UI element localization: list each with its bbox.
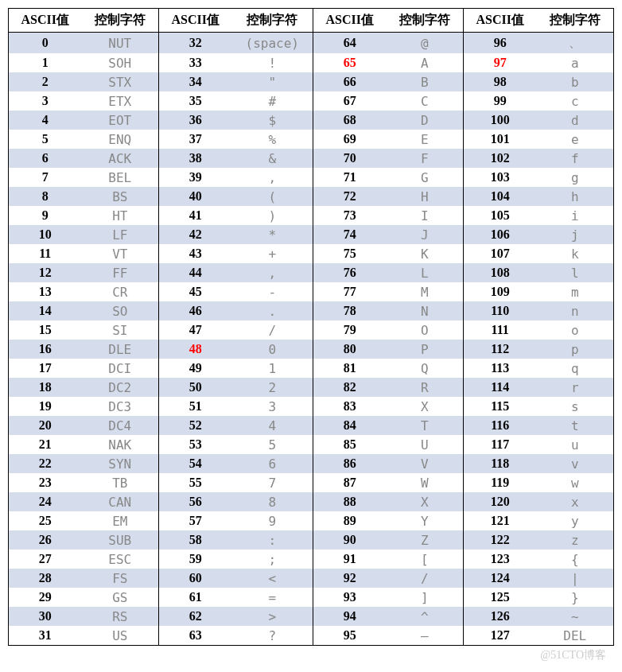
control-char-cell: — <box>386 626 463 646</box>
table-row: 20DC452484T116t <box>9 416 614 435</box>
ascii-value-cell: 34 <box>159 72 232 91</box>
control-char-cell: h <box>536 187 613 206</box>
ascii-value-cell: 83 <box>313 397 386 416</box>
ascii-value-cell: 85 <box>313 435 386 454</box>
ascii-value-cell: 56 <box>159 492 232 511</box>
control-char-cell: / <box>232 320 313 340</box>
ascii-value-cell: 106 <box>463 225 536 244</box>
table-row: 31US63?95—127DEL <box>9 626 614 646</box>
ascii-value-cell: 6 <box>9 149 82 168</box>
table-row: 7BEL39,71G103g <box>9 168 614 187</box>
ascii-value-cell: 112 <box>463 340 536 359</box>
ascii-value-cell: 16 <box>9 340 82 359</box>
ascii-value-cell: 94 <box>313 607 386 626</box>
ascii-value-cell: 52 <box>159 416 232 435</box>
control-char-cell: w <box>536 473 613 492</box>
table-row: 18DC250282R114r <box>9 378 614 397</box>
col-header-ascii-value: ASCII值 <box>159 9 232 33</box>
ascii-value-cell: 29 <box>9 588 82 607</box>
ascii-value-cell: 111 <box>463 320 536 340</box>
control-char-cell: y <box>536 511 613 530</box>
ascii-value-cell: 47 <box>159 320 232 340</box>
control-char-cell: DC2 <box>82 378 159 397</box>
control-char-cell: n <box>536 301 613 320</box>
ascii-value-cell: 14 <box>9 301 82 320</box>
table-row: 3ETX35#67C99c <box>9 91 614 111</box>
ascii-value-cell: 88 <box>313 492 386 511</box>
ascii-value-cell: 59 <box>159 550 232 569</box>
table-row: 6ACK38&70F102f <box>9 149 614 168</box>
control-char-cell: b <box>536 72 613 91</box>
table-row: 17DCI49181Q113q <box>9 359 614 378</box>
ascii-value-cell: 125 <box>463 588 536 607</box>
ascii-value-cell: 122 <box>463 530 536 550</box>
control-char-cell: T <box>386 416 463 435</box>
ascii-value-cell: 53 <box>159 435 232 454</box>
control-char-cell: ( <box>232 187 313 206</box>
control-char-cell: D <box>386 111 463 130</box>
table-row: 29GS61=93]125} <box>9 588 614 607</box>
control-char-cell: , <box>232 263 313 282</box>
control-char-cell: X <box>386 397 463 416</box>
ascii-value-cell: 13 <box>9 282 82 301</box>
ascii-value-cell: 8 <box>9 187 82 206</box>
ascii-value-cell: 93 <box>313 588 386 607</box>
control-char-cell: > <box>232 607 313 626</box>
col-header-control-char: 控制字符 <box>232 9 313 33</box>
ascii-value-cell: 123 <box>463 550 536 569</box>
control-char-cell: l <box>536 263 613 282</box>
control-char-cell: o <box>536 320 613 340</box>
control-char-cell: DC3 <box>82 397 159 416</box>
ascii-value-cell: 0 <box>9 33 82 54</box>
ascii-value-cell: 116 <box>463 416 536 435</box>
control-char-cell: $ <box>232 111 313 130</box>
table-row: 11VT43+75K107k <box>9 244 614 263</box>
control-char-cell: 1 <box>232 359 313 378</box>
ascii-value-cell: 23 <box>9 473 82 492</box>
ascii-value-cell: 36 <box>159 111 232 130</box>
ascii-value-cell: 101 <box>463 130 536 149</box>
ascii-value-cell: 124 <box>463 569 536 588</box>
control-char-cell: CAN <box>82 492 159 511</box>
ascii-value-cell: 107 <box>463 244 536 263</box>
table-row: 25EM57989Y121y <box>9 511 614 530</box>
control-char-cell: - <box>232 282 313 301</box>
table-row: 14SO46.78N110n <box>9 301 614 320</box>
control-char-cell: v <box>536 454 613 473</box>
control-char-cell: Y <box>386 511 463 530</box>
control-char-cell: c <box>536 91 613 111</box>
ascii-value-cell: 2 <box>9 72 82 91</box>
control-char-cell: f <box>536 149 613 168</box>
control-char-cell: B <box>386 72 463 91</box>
control-char-cell: : <box>232 530 313 550</box>
ascii-value-cell: 74 <box>313 225 386 244</box>
ascii-value-cell: 50 <box>159 378 232 397</box>
control-char-cell: @ <box>386 33 463 54</box>
control-char-cell: R <box>386 378 463 397</box>
control-char-cell: Z <box>386 530 463 550</box>
ascii-value-cell: 119 <box>463 473 536 492</box>
control-char-cell: BEL <box>82 168 159 187</box>
ascii-value-cell: 5 <box>9 130 82 149</box>
control-char-cell: ^ <box>386 607 463 626</box>
control-char-cell: z <box>536 530 613 550</box>
ascii-value-cell: 66 <box>313 72 386 91</box>
col-header-ascii-value: ASCII值 <box>9 9 82 33</box>
control-char-cell: E <box>386 130 463 149</box>
ascii-value-cell: 32 <box>159 33 232 54</box>
control-char-cell: V <box>386 454 463 473</box>
ascii-value-cell: 76 <box>313 263 386 282</box>
control-char-cell: 7 <box>232 473 313 492</box>
ascii-value-cell: 92 <box>313 569 386 588</box>
table-row: 0NUT32(space)64@96、 <box>9 33 614 54</box>
col-header-ascii-value: ASCII值 <box>313 9 386 33</box>
ascii-value-cell: 31 <box>9 626 82 646</box>
control-char-cell: % <box>232 130 313 149</box>
control-char-cell: A <box>386 53 463 72</box>
ascii-value-cell: 82 <box>313 378 386 397</box>
control-char-cell: I <box>386 206 463 225</box>
control-char-cell: = <box>232 588 313 607</box>
ascii-value-cell: 75 <box>313 244 386 263</box>
control-char-cell: i <box>536 206 613 225</box>
ascii-value-cell: 57 <box>159 511 232 530</box>
